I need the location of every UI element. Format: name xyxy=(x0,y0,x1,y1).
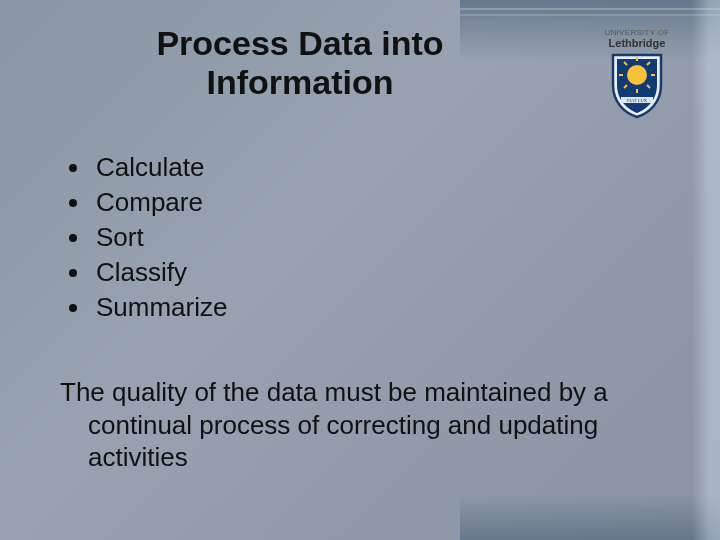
list-item: Sort xyxy=(92,220,227,255)
logo-name: Lethbridge xyxy=(609,37,666,49)
bullet-list: Calculate Compare Sort Classify Summariz… xyxy=(60,150,227,325)
university-logo: UNIVERSITY OF Lethbridge FIAT LUX xyxy=(592,28,682,123)
logo-text: UNIVERSITY OF Lethbridge xyxy=(592,28,682,49)
body-paragraph: The quality of the data must be maintain… xyxy=(60,376,700,474)
decor-bottom xyxy=(460,495,720,540)
logo-prefix: UNIVERSITY OF xyxy=(604,28,669,37)
svg-point-0 xyxy=(627,65,647,85)
slide: UNIVERSITY OF Lethbridge FIAT LUX Proces… xyxy=(0,0,720,540)
logo-motto: FIAT LUX xyxy=(627,98,648,103)
shield-icon: FIAT LUX xyxy=(609,53,665,119)
list-item: Calculate xyxy=(92,150,227,185)
list-item: Compare xyxy=(92,185,227,220)
list-item: Summarize xyxy=(92,290,227,325)
slide-title: Process Data into Information xyxy=(60,24,540,102)
title-line-2: Information xyxy=(207,63,394,101)
title-line-1: Process Data into xyxy=(156,24,443,62)
list-item: Classify xyxy=(92,255,227,290)
